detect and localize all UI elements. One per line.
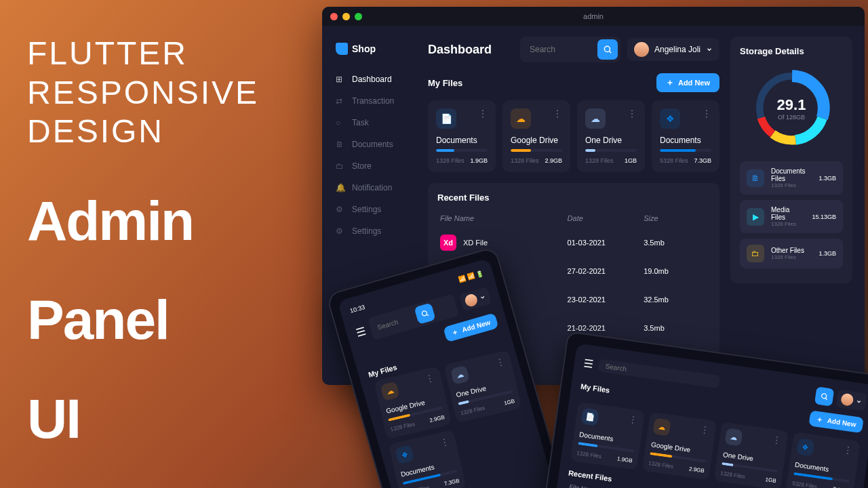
sidebar-item-label: Task — [352, 118, 369, 127]
progress-bar — [436, 149, 454, 152]
sidebar-item-documents[interactable]: 🗎 Documents — [322, 134, 416, 155]
search-button[interactable] — [597, 39, 618, 60]
card-size: 1GB — [503, 398, 515, 406]
file-card[interactable]: ❖ ⋯ Documents 5328 Files7.3GB — [652, 100, 719, 172]
file-card[interactable]: ❖ ⋯ Documents 5328 Files7.3GB — [389, 430, 467, 488]
progress-bar — [793, 472, 833, 481]
tablet-search-input[interactable] — [605, 362, 646, 375]
tablet-user-menu[interactable] — [836, 390, 867, 411]
file-type-icon: Xd — [440, 235, 456, 251]
file-card[interactable]: 📄 ⋯ Documents 1328 Files1.9GB — [570, 402, 645, 470]
card-name: Documents — [660, 136, 711, 145]
card-files: 1328 Files — [648, 460, 674, 470]
minimize-icon[interactable] — [342, 13, 350, 20]
card-name: Documents — [436, 136, 488, 145]
storage-item[interactable]: ▶ Media Files1328 Files 15.13GB — [740, 200, 843, 233]
card-menu-icon[interactable]: ⋯ — [477, 109, 488, 119]
user-menu[interactable]: Angelina Joli — [627, 38, 719, 61]
storage-item-name: Media Files — [771, 206, 805, 221]
file-icon: ☁ — [652, 418, 671, 436]
menu-icon[interactable]: ☰ — [583, 357, 595, 371]
sidebar-item-notification[interactable]: 🔔 Notification — [322, 177, 416, 199]
card-menu-icon[interactable]: ⋯ — [627, 414, 639, 426]
card-menu-icon[interactable]: ⋯ — [439, 436, 452, 449]
sidebar-item-transaction[interactable]: ⇄ Transaction — [322, 90, 416, 112]
file-card[interactable]: ☁ ⋯ Google Drive 1328 Files2.9GB — [502, 100, 570, 172]
file-size: 19.0mb — [644, 267, 707, 275]
sidebar-item-settings[interactable]: ⚙ Settings — [322, 220, 416, 242]
sidebar-item-task[interactable]: ○ Task — [322, 112, 416, 134]
file-card[interactable]: ☁ ⋯ One Drive 1328 Files1GB — [443, 350, 521, 423]
promo-big-1: Admin — [27, 192, 259, 250]
svg-line-14 — [825, 398, 827, 400]
menu-icon[interactable]: ☰ — [355, 325, 368, 340]
card-menu-icon[interactable]: ⋯ — [842, 445, 854, 456]
file-size: 3.5mb — [644, 239, 707, 247]
file-card[interactable]: ❖ ⋯ Documents 5328 Files7.3GB — [786, 432, 861, 488]
promo-big-2: Panel — [27, 291, 259, 349]
storage-item-icon: 🗎 — [747, 169, 764, 187]
card-files: 1328 Files — [720, 470, 746, 480]
phone-user-menu[interactable] — [459, 287, 492, 312]
file-icon: ❖ — [395, 445, 414, 464]
phone-search-button[interactable] — [414, 303, 435, 325]
file-icon: ☁ — [450, 365, 470, 385]
page-title: Dashboard — [428, 43, 492, 57]
file-card[interactable]: ☁ ⋯ Google Drive 1328 Files2.9GB — [374, 366, 452, 439]
search-icon — [420, 308, 430, 319]
logo[interactable]: Shop — [322, 39, 416, 68]
add-new-button[interactable]: Add New — [656, 73, 719, 92]
close-icon[interactable] — [330, 13, 338, 20]
storage-donut: 29.1 Of 128GB — [749, 66, 834, 150]
promo-big-3: UI — [27, 390, 259, 448]
user-name: Angelina Joli — [654, 45, 701, 54]
file-size: 3.5mb — [644, 324, 707, 332]
sidebar-item-dashboard[interactable]: ⊞ Dashboard — [322, 68, 416, 90]
tablet-search-button[interactable] — [814, 386, 834, 406]
search-input[interactable] — [530, 45, 597, 54]
file-size: 32.5mb — [644, 296, 707, 304]
storage-item[interactable]: 🗀 Other Files1328 Files 1.3GB — [740, 239, 843, 268]
card-menu-icon[interactable]: ⋯ — [425, 373, 437, 385]
card-menu-icon[interactable]: ⋯ — [770, 434, 783, 446]
col-date: Date — [568, 214, 644, 222]
file-name: XD File — [463, 239, 488, 247]
file-card[interactable]: ☁ ⋯ One Drive 1328 Files1GB — [714, 422, 789, 488]
svg-point-0 — [604, 46, 610, 52]
card-files: 5328 Files — [404, 485, 430, 488]
card-menu-icon[interactable]: ⋯ — [627, 109, 637, 119]
avatar — [840, 392, 854, 406]
sidebar-item-label: Documents — [352, 140, 393, 149]
card-menu-icon[interactable]: ⋯ — [698, 424, 711, 436]
card-menu-icon[interactable]: ⋯ — [494, 357, 507, 369]
tablet-add-button[interactable]: Add New — [809, 410, 864, 433]
file-date: 27-02-2021 — [568, 267, 644, 275]
logo-icon — [336, 43, 348, 55]
file-card[interactable]: ☁ ⋯ One Drive 1328 Files1GB — [577, 100, 645, 172]
sidebar-item-label: Settings — [352, 226, 381, 236]
card-files: 1328 Files — [585, 157, 614, 164]
storage-item-files: 1328 Files — [771, 254, 812, 260]
card-menu-icon[interactable]: ⋯ — [701, 109, 712, 119]
progress-bar — [585, 149, 595, 152]
card-size: 2.9GB — [545, 157, 562, 164]
phone-search-input[interactable] — [376, 312, 418, 331]
file-date: 21-02-2021 — [568, 324, 644, 332]
maximize-icon[interactable] — [355, 13, 362, 20]
card-files: 1328 Files — [390, 421, 416, 432]
sidebar-item-store[interactable]: 🗀 Store — [322, 155, 416, 177]
sidebar-item-settings[interactable]: ⚙ Settings — [322, 199, 416, 220]
sidebar-item-label: Transaction — [352, 96, 394, 106]
sidebar-item-label: Store — [352, 161, 372, 171]
card-files: 1328 Files — [511, 157, 539, 164]
card-menu-icon[interactable]: ⋯ — [552, 109, 563, 119]
file-card[interactable]: 📄 ⋯ Documents 1328 Files1.9GB — [428, 100, 496, 172]
notification-icon: 🔔 — [336, 183, 345, 192]
transaction-icon: ⇄ — [336, 96, 345, 106]
storage-item-size: 15.13GB — [812, 214, 836, 220]
storage-panel: Storage Details 29.1 Of 128GB — [730, 37, 852, 283]
file-card[interactable]: ☁ ⋯ Google Drive 1328 Files2.9GB — [642, 411, 717, 480]
storage-item[interactable]: 🗎 Documents Files1328 Files 1.3GB — [740, 161, 843, 195]
card-files: 1328 Files — [436, 157, 465, 164]
card-size: 2.9GB — [689, 466, 705, 474]
